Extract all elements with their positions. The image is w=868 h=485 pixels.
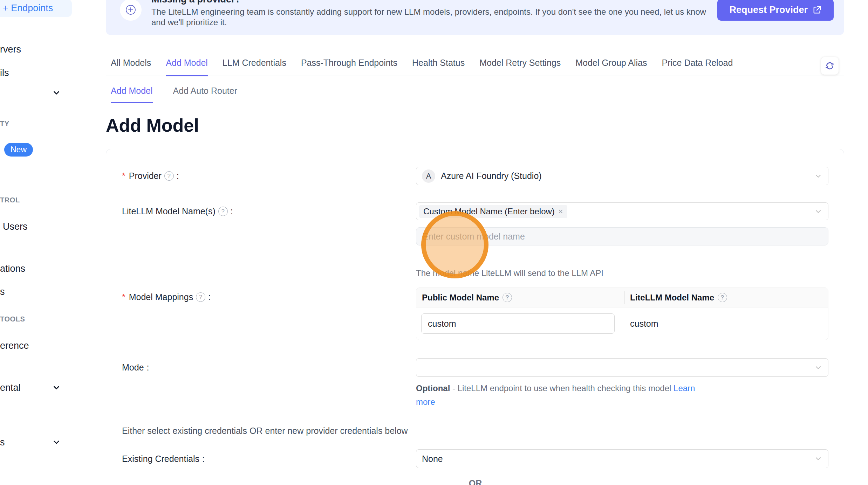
model-mappings-header-row: Public Model Name ? LiteLLM Model Name ? [416, 288, 828, 307]
existing-credentials-select[interactable]: None [416, 449, 828, 468]
sidebar-item-ils[interactable]: ils [0, 68, 9, 78]
tab-model-group-alias[interactable]: Model Group Alias [575, 58, 647, 76]
chevron-down-icon[interactable] [52, 88, 61, 97]
models-tab-bar: All Models Add Model LLM Credentials Pas… [106, 58, 844, 76]
tab-all-models[interactable]: All Models [111, 58, 151, 76]
request-provider-label: Request Provider [729, 5, 808, 15]
model-names-label: LiteLLM Model Name(s) ? : [122, 202, 233, 220]
sidebar-item-settings[interactable]: s [0, 437, 5, 448]
mode-helper-text: Optional - LiteLLM endpoint to use when … [416, 381, 703, 409]
chevron-down-icon [814, 455, 822, 463]
existing-credentials-label: Existing Credentials : [122, 449, 205, 468]
refresh-button[interactable] [821, 57, 839, 75]
help-icon[interactable]: ? [718, 293, 727, 302]
model-mappings-table: Public Model Name ? LiteLLM Model Name ?… [416, 287, 828, 340]
sidebar-section-tools: TOOLS [0, 315, 25, 323]
remove-tag-icon[interactable]: × [558, 207, 563, 216]
tab-model-retry-settings[interactable]: Model Retry Settings [479, 58, 561, 76]
model-names-multiselect[interactable]: Custom Model Name (Enter below) × [416, 202, 828, 220]
sidebar-item-users[interactable]: Users [3, 221, 28, 232]
mode-label: Mode : [122, 358, 149, 377]
refresh-icon [825, 61, 835, 71]
sidebar: + Endpoints rvers ils TY New TROL Users … [0, 0, 83, 485]
banner-title: Missing a provider? [151, 0, 241, 5]
missing-provider-banner: Missing a provider? The LiteLLM engineer… [106, 0, 844, 35]
main-content: Missing a provider? The LiteLLM engineer… [106, 0, 844, 485]
subtab-add-auto-router[interactable]: Add Auto Router [173, 86, 237, 103]
help-icon[interactable]: ? [196, 292, 205, 302]
page-title: Add Model [106, 115, 199, 136]
sidebar-item-s1[interactable]: s [0, 286, 5, 297]
help-icon[interactable]: ? [503, 293, 512, 302]
help-icon[interactable]: ? [164, 171, 174, 181]
sidebar-section-ty: TY [0, 120, 9, 128]
existing-credentials-value: None [422, 454, 443, 464]
tab-health-status[interactable]: Health Status [412, 58, 465, 76]
model-name-helper-text: The model name LiteLLM will send to the … [416, 268, 603, 278]
public-model-name-header: Public Model Name ? [416, 293, 624, 303]
sidebar-item-erence[interactable]: erence [0, 340, 29, 351]
litellm-model-name-value: custom [630, 319, 658, 329]
circle-plus-icon [120, 0, 142, 21]
provider-avatar: A [422, 169, 435, 183]
sidebar-item-endpoints-label: + Endpoints [3, 3, 53, 14]
request-provider-button[interactable]: Request Provider [717, 0, 834, 21]
provider-label: * Provider ? : [122, 167, 179, 185]
model-name-tag: Custom Model Name (Enter below) × [419, 205, 567, 218]
litellm-model-name-header: LiteLLM Model Name ? [630, 293, 727, 303]
credentials-note: Either select existing credentials OR en… [122, 426, 408, 436]
mode-select[interactable] [416, 358, 828, 377]
required-mark: * [122, 292, 125, 302]
tab-llm-credentials[interactable]: LLM Credentials [223, 58, 286, 76]
tab-price-data-reload[interactable]: Price Data Reload [662, 58, 733, 76]
custom-model-name-input[interactable] [416, 227, 828, 245]
sidebar-item-experimental[interactable]: ental [0, 382, 21, 393]
sidebar-item-servers[interactable]: rvers [0, 44, 21, 55]
add-model-form-card: * Provider ? : A Azure AI Foundry (Studi… [106, 149, 844, 485]
sidebar-item-endpoints[interactable]: + Endpoints [0, 0, 72, 17]
litellm-admin-screen: + Endpoints rvers ils TY New TROL Users … [0, 0, 868, 485]
subtab-add-model[interactable]: Add Model [111, 86, 153, 103]
or-divider: OR [106, 478, 845, 485]
chevron-down-icon [814, 172, 822, 180]
model-mappings-label: * Model Mappings ? : [122, 287, 211, 307]
provider-value: Azure AI Foundry (Studio) [441, 171, 542, 181]
chevron-down-icon[interactable] [52, 383, 61, 392]
tab-pass-through-endpoints[interactable]: Pass-Through Endpoints [301, 58, 397, 76]
new-badge[interactable]: New [4, 143, 33, 157]
chevron-down-icon [814, 363, 822, 372]
external-link-icon [813, 5, 822, 14]
required-mark: * [122, 171, 125, 181]
chevron-down-icon[interactable] [52, 438, 61, 447]
provider-select[interactable]: A Azure AI Foundry (Studio) [416, 167, 828, 185]
add-model-subtab-bar: Add Model Add Auto Router [106, 86, 844, 103]
model-mappings-row: custom [416, 307, 828, 340]
banner-body: The LiteLLM engineering team is constant… [151, 7, 709, 28]
tab-add-model[interactable]: Add Model [166, 58, 208, 76]
help-icon[interactable]: ? [218, 207, 228, 216]
chevron-down-icon [814, 207, 822, 216]
sidebar-item-ations[interactable]: ations [0, 263, 25, 274]
sidebar-section-trol: TROL [0, 196, 20, 204]
column-divider [624, 291, 625, 304]
public-model-name-input[interactable] [421, 313, 615, 334]
